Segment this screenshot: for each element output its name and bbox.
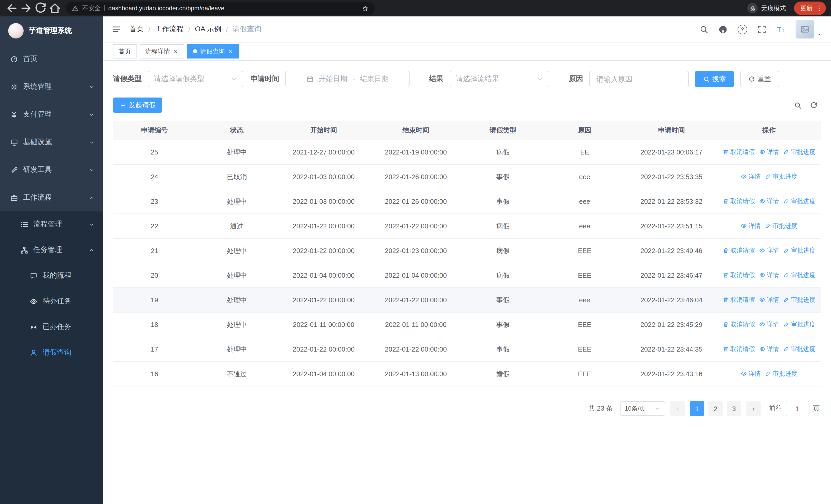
reset-button[interactable]: 重置 xyxy=(740,71,779,87)
cell-actions: 取消请假详情审批进度 xyxy=(717,140,821,165)
sidebar-item-process-mgmt[interactable]: 流程管理 xyxy=(0,211,103,237)
sidebar-item-payment[interactable]: 支付管理 xyxy=(0,100,103,128)
breadcrumb-item[interactable]: 首页 xyxy=(130,25,144,34)
breadcrumb-item[interactable]: OA 示例 xyxy=(195,25,222,34)
detail-action-link[interactable]: 详情 xyxy=(759,320,779,329)
browser-menu-dots-icon[interactable] xyxy=(815,5,823,12)
sidebar-item-infra[interactable]: 基础设施 xyxy=(0,128,103,156)
help-icon[interactable]: ? xyxy=(738,24,747,34)
github-icon[interactable] xyxy=(719,25,727,34)
cancel-action-link[interactable]: 取消请假 xyxy=(723,246,755,255)
detail-action-link[interactable]: 详情 xyxy=(759,271,779,280)
font-size-icon[interactable]: TT xyxy=(777,25,785,34)
reason-input-wrap xyxy=(589,71,689,87)
reason-input[interactable] xyxy=(595,75,683,84)
detail-action-link[interactable]: 详情 xyxy=(759,148,779,156)
browser-back-button[interactable] xyxy=(5,2,19,15)
progress-action-link[interactable]: 审批进度 xyxy=(783,271,815,280)
progress-action-link[interactable]: 审批进度 xyxy=(783,296,815,304)
sidebar-item-my-process[interactable]: 我的流程 xyxy=(0,263,103,289)
apply-time-range-picker[interactable]: 开始日期 - 结束日期 xyxy=(285,71,409,87)
progress-action-link[interactable]: 审批进度 xyxy=(783,345,815,354)
detail-action-link[interactable]: 详情 xyxy=(741,369,761,378)
goto-page-input[interactable] xyxy=(786,401,809,416)
cancel-action-link[interactable]: 取消请假 xyxy=(723,271,755,280)
cancel-action-link[interactable]: 取消请假 xyxy=(723,296,755,304)
sidebar-item-home[interactable]: 首页 xyxy=(0,45,103,73)
header-search-icon[interactable] xyxy=(699,25,708,34)
browser-forward-button[interactable] xyxy=(20,2,33,15)
next-page-button[interactable]: › xyxy=(746,402,761,416)
edit-icon xyxy=(765,223,771,229)
tab-请假查询[interactable]: 请假查询 xyxy=(188,44,239,59)
start-date-placeholder: 开始日期 xyxy=(318,75,347,84)
url-bar[interactable]: 不安全 dashboard.yudao.iocoder.cn/bpm/oa/le… xyxy=(66,2,375,15)
progress-action-link[interactable]: 审批进度 xyxy=(783,246,815,255)
detail-action-link[interactable]: 详情 xyxy=(759,345,779,354)
progress-action-link[interactable]: 审批进度 xyxy=(765,369,797,378)
chevron-down-icon xyxy=(89,84,94,90)
progress-action-link[interactable]: 审批进度 xyxy=(783,148,815,156)
cancel-action-link[interactable]: 取消请假 xyxy=(723,197,755,206)
progress-action-link[interactable]: 审批进度 xyxy=(765,173,797,181)
cell-status: 不通过 xyxy=(196,362,278,386)
cell-reason: EEE xyxy=(544,263,625,288)
detail-action-link[interactable]: 详情 xyxy=(741,173,761,181)
navbar: 首页/工作流程/OA 示例/请假查询 ? TT xyxy=(103,17,831,42)
sidebar-item-done-tasks[interactable]: 已办任务 xyxy=(0,314,103,340)
progress-action-link[interactable]: 审批进度 xyxy=(783,320,815,329)
close-icon[interactable] xyxy=(228,49,233,54)
hamburger-icon[interactable] xyxy=(112,25,121,34)
page-button-3[interactable]: 3 xyxy=(727,402,741,416)
cell-id: 18 xyxy=(113,312,196,337)
cell-id: 16 xyxy=(113,362,196,386)
table-toolbar: 发起请假 xyxy=(113,97,821,113)
browser-home-button[interactable] xyxy=(48,2,62,15)
detail-action-link[interactable]: 详情 xyxy=(759,296,779,304)
toggle-search-icon[interactable] xyxy=(794,101,802,109)
prev-page-button[interactable]: ‹ xyxy=(670,402,685,416)
cancel-action-link[interactable]: 取消请假 xyxy=(723,320,755,329)
create-leave-button[interactable]: 发起请假 xyxy=(113,97,162,113)
cell-actions: 取消请假详情审批进度 xyxy=(717,312,821,337)
sidebar-item-leave-query[interactable]: 请假查询 xyxy=(0,340,103,365)
close-icon[interactable] xyxy=(173,49,179,54)
cell-apply-time: 2022-01-22 23:46:47 xyxy=(625,263,717,288)
sidebar-item-task-mgmt[interactable]: 任务管理 xyxy=(0,237,103,263)
edit-icon xyxy=(765,174,771,180)
sidebar-item-system[interactable]: 系统管理 xyxy=(0,73,103,100)
cancel-action-link[interactable]: 取消请假 xyxy=(723,148,755,156)
fullscreen-icon[interactable] xyxy=(757,25,766,34)
edit-icon xyxy=(783,248,790,254)
sidebar-item-todo-tasks[interactable]: 待办任务 xyxy=(0,289,103,314)
user-icon xyxy=(30,349,37,356)
tab-流程详情[interactable]: 流程详情 xyxy=(140,44,184,59)
progress-action-link[interactable]: 审批进度 xyxy=(783,197,815,206)
browser-reload-button[interactable] xyxy=(34,2,47,15)
app-logo[interactable]: 芋道管理系统 xyxy=(0,17,103,45)
browser-update-button[interactable]: 更新 xyxy=(794,2,826,15)
cancel-action-link[interactable]: 取消请假 xyxy=(723,345,755,354)
column-header: 请假类型 xyxy=(462,121,544,140)
cell-start-time: 2022-01-03 00:00:00 xyxy=(278,165,370,189)
progress-action-link[interactable]: 审批进度 xyxy=(765,222,797,231)
sidebar-item-workflow[interactable]: 工作流程 xyxy=(0,184,103,211)
sidebar-item-devtools[interactable]: 研发工具 xyxy=(0,156,103,184)
tab-首页[interactable]: 首页 xyxy=(113,44,137,59)
leave-type-select[interactable]: 请选择请假类型 xyxy=(148,71,243,87)
yen-icon xyxy=(10,111,18,118)
app-title: 芋道管理系统 xyxy=(29,26,72,35)
detail-action-link[interactable]: 详情 xyxy=(759,197,779,206)
refresh-table-icon[interactable] xyxy=(810,101,818,109)
page-button-1[interactable]: 1 xyxy=(690,402,704,416)
detail-action-link[interactable]: 详情 xyxy=(741,222,761,231)
page-size-select[interactable]: 10条/页 xyxy=(620,402,665,416)
detail-action-link[interactable]: 详情 xyxy=(759,246,779,255)
result-select[interactable]: 请选择流结果 xyxy=(450,71,549,87)
breadcrumb-item[interactable]: 工作流程 xyxy=(155,25,184,34)
user-menu[interactable] xyxy=(796,20,822,38)
sidebar-item-label: 系统管理 xyxy=(23,82,52,91)
search-button[interactable]: 搜索 xyxy=(695,71,734,87)
page-button-2[interactable]: 2 xyxy=(708,402,723,416)
bookmark-star-icon[interactable] xyxy=(362,5,369,11)
